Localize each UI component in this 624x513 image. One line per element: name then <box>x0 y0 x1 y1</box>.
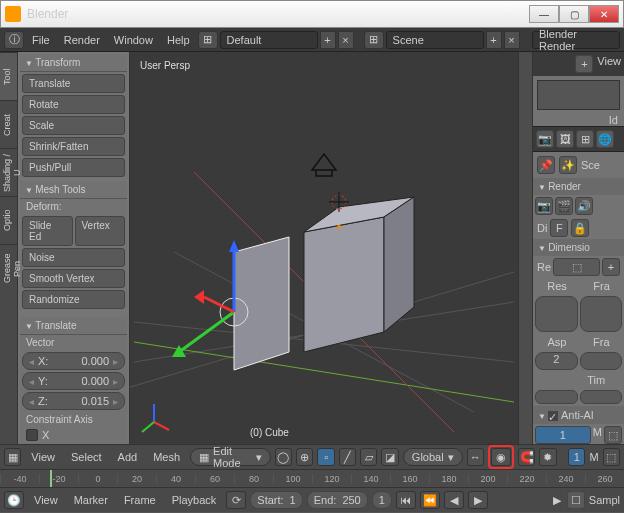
render-anim-button[interactable]: 🎬 <box>555 197 573 215</box>
vertex-button[interactable]: Vertex <box>75 216 126 246</box>
mesh-menu[interactable]: Mesh <box>147 449 186 465</box>
start-frame-input[interactable]: Start:1 <box>250 491 302 509</box>
border-toggle[interactable] <box>535 390 578 404</box>
select-menu[interactable]: Select <box>65 449 108 465</box>
operator-panel-header[interactable]: Translate <box>20 317 127 335</box>
face-select-icon[interactable]: ▱ <box>360 448 377 466</box>
pivot-dropdown[interactable]: ⊕ <box>296 448 313 466</box>
render-audio-button[interactable]: 🔊 <box>575 197 593 215</box>
editor-type-3dview-icon[interactable]: ▦ <box>4 448 21 466</box>
aa-mode-dropdown[interactable]: ⬚ <box>604 426 622 444</box>
view-menu[interactable]: View <box>25 449 61 465</box>
display-mode-dropdown[interactable]: F <box>550 219 568 237</box>
tab-grease[interactable]: Grease Pen <box>0 244 17 292</box>
context-scene-icon[interactable]: ⊞ <box>576 130 594 148</box>
vector-x-input[interactable]: X:0.000 <box>22 352 125 370</box>
constraint-y-checkbox[interactable]: Y <box>20 443 127 444</box>
transform-panel-header[interactable]: Transform <box>20 54 127 72</box>
preset-add-button[interactable]: + <box>602 258 620 276</box>
aa-samples-button[interactable]: 1 <box>535 426 591 444</box>
menu-help[interactable]: Help <box>161 32 196 48</box>
play-reverse-icon[interactable]: ◀ <box>444 491 464 509</box>
resolution-input[interactable] <box>535 296 578 332</box>
sampling-toggle[interactable]: ☐ <box>567 491 585 509</box>
dimensions-panel-header[interactable]: Dimensio <box>533 239 624 256</box>
scale-button[interactable]: Scale <box>22 116 125 135</box>
lock-icon[interactable]: 🔒 <box>571 219 589 237</box>
minimize-button[interactable]: — <box>529 5 559 23</box>
editor-type-icon[interactable]: ⓘ <box>4 31 24 49</box>
edge-select-icon[interactable]: ╱ <box>339 448 356 466</box>
constraint-x-checkbox[interactable]: X <box>20 427 127 443</box>
range-icon[interactable]: ⟳ <box>226 491 246 509</box>
fps-input[interactable] <box>580 390 623 404</box>
layout-add-button[interactable]: + <box>320 31 336 49</box>
scene-dropdown[interactable]: Scene <box>386 31 484 49</box>
samples-dropdown[interactable]: ⬚ <box>603 448 620 466</box>
add-menu[interactable]: Add <box>112 449 144 465</box>
maximize-button[interactable]: ▢ <box>559 5 589 23</box>
editor-type-timeline-icon[interactable]: 🕒 <box>4 491 24 509</box>
meshtools-panel-header[interactable]: Mesh Tools <box>20 181 127 199</box>
layout-remove-button[interactable]: × <box>338 31 354 49</box>
end-frame-input[interactable]: End:250 <box>307 491 368 509</box>
menu-file[interactable]: File <box>26 32 56 48</box>
proportional-edit-icon[interactable]: ◉ <box>491 448 511 466</box>
tl-frame-menu[interactable]: Frame <box>118 492 162 508</box>
aspect-input[interactable]: 2 <box>535 352 578 370</box>
vertical-scrollbar[interactable] <box>518 52 532 444</box>
tab-options[interactable]: Optio <box>0 196 17 244</box>
menu-render[interactable]: Render <box>58 32 106 48</box>
context-layers-icon[interactable]: 🖼 <box>556 130 574 148</box>
render-image-button[interactable]: 📷 <box>535 197 553 215</box>
current-frame-input[interactable]: 1 <box>372 491 392 509</box>
orientation-dropdown[interactable]: Global ▾ <box>403 448 463 466</box>
render-preview-icon[interactable]: ✹ <box>539 448 556 466</box>
3d-viewport[interactable]: User Persp (0) Cube <box>130 52 518 444</box>
tab-create[interactable]: Creat <box>0 100 17 148</box>
jump-start-icon[interactable]: ⏮ <box>396 491 416 509</box>
snap-icon[interactable]: 🧲 <box>518 448 535 466</box>
mode-dropdown[interactable]: ▦ Edit Mode ▾ <box>190 448 271 466</box>
timeline-ruler[interactable]: -40 -20 0 20 40 60 80 100 120 140 160 18… <box>0 470 624 488</box>
play-icon[interactable]: ▶ <box>468 491 488 509</box>
pin-icon[interactable]: 📌 <box>537 156 555 174</box>
smooth-vertex-button[interactable]: Smooth Vertex <box>22 269 125 288</box>
antialias-panel-header[interactable]: ✓ Anti-Al <box>533 406 624 424</box>
menu-window[interactable]: Window <box>108 32 159 48</box>
framestep-input[interactable] <box>580 352 623 370</box>
scene-icon[interactable]: ✨ <box>559 156 577 174</box>
render-engine-dropdown[interactable]: Blender Render <box>532 31 620 49</box>
shading-dropdown[interactable]: ◯ <box>275 448 292 466</box>
limit-selection-icon[interactable]: ◪ <box>381 448 398 466</box>
noise-button[interactable]: Noise <box>22 248 125 267</box>
manipulator-toggle-icon[interactable]: ↔ <box>467 448 484 466</box>
tab-shading[interactable]: Shading / U <box>0 148 17 196</box>
render-panel-header[interactable]: Render <box>533 178 624 195</box>
jump-prev-icon[interactable]: ⏪ <box>420 491 440 509</box>
screen-layout-dropdown[interactable]: Default <box>220 31 318 49</box>
scene-add-button[interactable]: + <box>486 31 502 49</box>
samples-1-button[interactable]: 1 <box>568 448 585 466</box>
scene-browse-icon[interactable]: ⊞ <box>364 31 384 49</box>
tl-view-menu[interactable]: View <box>28 492 64 508</box>
playhead[interactable] <box>50 470 52 487</box>
framerange-input[interactable] <box>580 296 623 332</box>
pushpull-button[interactable]: Push/Pull <box>22 158 125 177</box>
shrink-button[interactable]: Shrink/Fatten <box>22 137 125 156</box>
slide-edge-button[interactable]: Slide Ed <box>22 216 73 246</box>
vector-z-input[interactable]: Z:0.015 <box>22 392 125 410</box>
tab-tools[interactable]: Tool <box>0 52 17 100</box>
randomize-button[interactable]: Randomize <box>22 290 125 309</box>
layout-browse-icon[interactable]: ⊞ <box>198 31 218 49</box>
plus-icon[interactable]: + <box>575 55 593 73</box>
vector-y-input[interactable]: Y:0.000 <box>22 372 125 390</box>
scene-remove-button[interactable]: × <box>504 31 520 49</box>
preset-dropdown[interactable]: ⬚ <box>553 258 600 276</box>
context-render-icon[interactable]: 📷 <box>536 130 554 148</box>
vertex-select-icon[interactable]: ▫ <box>317 448 334 466</box>
rotate-button[interactable]: Rotate <box>22 95 125 114</box>
tl-marker-menu[interactable]: Marker <box>68 492 114 508</box>
tl-playback-menu[interactable]: Playback <box>166 492 223 508</box>
translate-button[interactable]: Translate <box>22 74 125 93</box>
